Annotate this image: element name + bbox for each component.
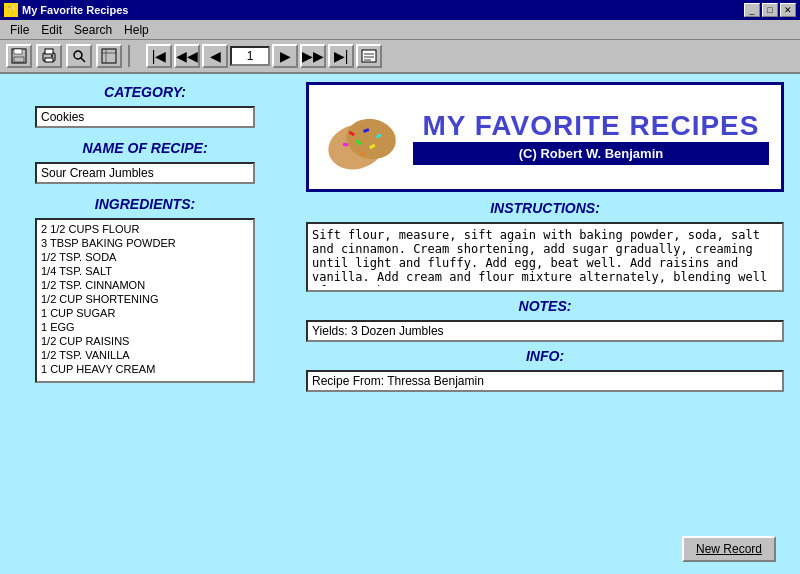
right-panel: MY FAVORITE RECIPES (C) Robert W. Benjam… (290, 74, 800, 574)
list-item[interactable]: 1/2 TSP. VANILLA (39, 348, 251, 362)
category-input[interactable] (35, 106, 255, 128)
nav-next-next-button[interactable]: ▶▶ (300, 44, 326, 68)
nav-extra-button[interactable] (356, 44, 382, 68)
left-panel: CATEGORY: NAME OF RECIPE: INGREDIENTS: 2… (0, 74, 290, 574)
instructions-label: INSTRUCTIONS: (306, 200, 784, 216)
ingredients-label: INGREDIENTS: (15, 196, 275, 212)
search-tool-button[interactable] (66, 44, 92, 68)
menu-search[interactable]: Search (68, 22, 118, 38)
nav-next-button[interactable]: ▶ (272, 44, 298, 68)
svg-rect-1 (14, 49, 22, 54)
menu-bar: File Edit Search Help (0, 20, 800, 40)
toolbar-separator (128, 45, 130, 67)
instructions-box[interactable] (306, 222, 784, 292)
menu-help[interactable]: Help (118, 22, 155, 38)
toolbar: |◀ ◀◀ ◀ 1 ▶ ▶▶ ▶| (0, 40, 800, 74)
info-input[interactable] (306, 370, 784, 392)
bottom-row: New Record (306, 532, 784, 566)
new-record-button[interactable]: New Record (682, 536, 776, 562)
window-controls[interactable]: _ □ ✕ (744, 3, 796, 17)
notes-input[interactable] (306, 320, 784, 342)
title-bar: 🍴 My Favorite Recipes _ □ ✕ (0, 0, 800, 20)
minimize-button[interactable]: _ (744, 3, 760, 17)
cookie-image (321, 97, 401, 177)
recipe-name-input[interactable] (35, 162, 255, 184)
copyright-box: (C) Robert W. Benjamin (413, 142, 769, 165)
svg-rect-9 (102, 49, 116, 63)
list-item[interactable]: 1/2 CUP SHORTENING (39, 292, 251, 306)
info-label: INFO: (306, 348, 784, 364)
print-button[interactable] (36, 44, 62, 68)
instructions-textarea[interactable] (312, 228, 778, 286)
ingredients-wrapper: 2 1/2 CUPS FLOUR3 TBSP BAKING POWDER1/2 … (35, 218, 255, 383)
svg-rect-2 (14, 57, 24, 62)
svg-line-8 (81, 58, 85, 62)
list-item[interactable]: 1/2 TSP. CINNAMON (39, 278, 251, 292)
list-item[interactable]: 1 EGG (39, 320, 251, 334)
list-item[interactable]: 1/4 TSP. SALT (39, 264, 251, 278)
right-sections: INSTRUCTIONS: NOTES: INFO: New Record (306, 200, 784, 566)
data-button[interactable] (96, 44, 122, 68)
close-button[interactable]: ✕ (780, 3, 796, 17)
svg-rect-4 (45, 49, 53, 54)
list-item[interactable]: 1 CUP SUGAR (39, 306, 251, 320)
save-button[interactable] (6, 44, 32, 68)
nav-group: |◀ ◀◀ ◀ 1 ▶ ▶▶ ▶| (146, 44, 382, 68)
app-icon: 🍴 (4, 3, 18, 17)
svg-rect-5 (45, 58, 53, 62)
main-content: CATEGORY: NAME OF RECIPE: INGREDIENTS: 2… (0, 74, 800, 574)
recipe-name-label: NAME OF RECIPE: (15, 140, 275, 156)
svg-point-6 (51, 55, 53, 57)
list-item[interactable]: 3 TBSP BAKING POWDER (39, 236, 251, 250)
nav-first-button[interactable]: |◀ (146, 44, 172, 68)
menu-edit[interactable]: Edit (35, 22, 68, 38)
maximize-button[interactable]: □ (762, 3, 778, 17)
recipe-title: MY FAVORITE RECIPES (413, 110, 769, 142)
ingredients-listbox[interactable]: 2 1/2 CUPS FLOUR3 TBSP BAKING POWDER1/2 … (35, 218, 255, 383)
list-item[interactable]: 1 CUP HEAVY CREAM (39, 362, 251, 376)
nav-last-button[interactable]: ▶| (328, 44, 354, 68)
window-title: My Favorite Recipes (22, 4, 128, 16)
nav-prev-prev-button[interactable]: ◀◀ (174, 44, 200, 68)
menu-file[interactable]: File (4, 22, 35, 38)
list-item[interactable]: 1/2 CUP RAISINS (39, 334, 251, 348)
notes-label: NOTES: (306, 298, 784, 314)
category-label: CATEGORY: (15, 84, 275, 100)
recipe-header-box: MY FAVORITE RECIPES (C) Robert W. Benjam… (306, 82, 784, 192)
list-item[interactable]: 1/2 TSP. SODA (39, 250, 251, 264)
nav-prev-button[interactable]: ◀ (202, 44, 228, 68)
nav-page-input[interactable]: 1 (230, 46, 270, 66)
list-item[interactable]: 2 1/2 CUPS FLOUR (39, 222, 251, 236)
svg-point-7 (74, 51, 82, 59)
ingredients-list: 2 1/2 CUPS FLOUR3 TBSP BAKING POWDER1/2 … (37, 220, 253, 378)
